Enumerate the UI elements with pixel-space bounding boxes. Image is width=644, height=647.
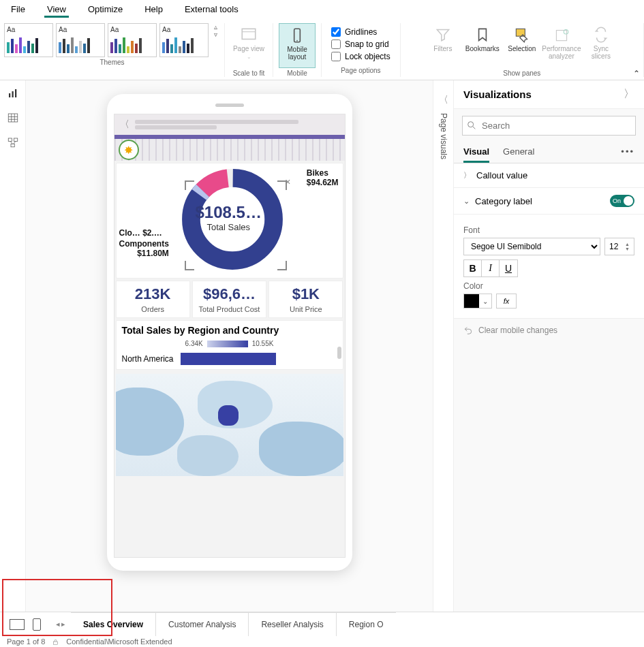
scrollbar-thumb[interactable] <box>337 347 341 359</box>
report-view-icon[interactable] <box>7 87 19 99</box>
color-label: Color <box>463 281 634 291</box>
chevron-left-icon[interactable]: 〈 <box>439 94 448 106</box>
underline-button[interactable]: U <box>500 260 517 277</box>
theme-swatch[interactable]: Aa <box>108 23 157 57</box>
color-swatch-icon <box>464 294 479 308</box>
close-icon[interactable]: × <box>285 176 290 187</box>
theme-expand-button[interactable]: ▵▿ <box>211 23 220 38</box>
page-view-icon <box>240 26 258 44</box>
map-visual[interactable] <box>116 374 343 476</box>
italic-button[interactable]: I <box>482 260 500 277</box>
stopwatch-icon <box>553 26 570 44</box>
viz-search[interactable] <box>462 116 636 136</box>
svg-line-25 <box>473 127 475 129</box>
tab-general[interactable]: General <box>503 142 534 163</box>
confidentiality-label: Confidential\Microsoft Extended <box>66 637 172 646</box>
callout-label: Callout value <box>476 170 527 180</box>
menu-file[interactable]: File <box>8 3 28 18</box>
donut-label-bikes: Bikes$94.62M <box>307 169 339 188</box>
donut-visual[interactable]: $108.5… Total Sales Bikes$94.62M Clo… $2… <box>116 163 343 279</box>
collapse-ribbon-button[interactable]: ⌃ <box>633 69 640 78</box>
viz-tabs: Visual General ••• <box>454 142 644 163</box>
font-family-select[interactable]: Segoe UI Semibold <box>463 238 600 255</box>
kpi-value: 213K <box>118 285 188 303</box>
page-indicator: Page 1 of 8 <box>7 637 45 646</box>
lock-objects-checkbox[interactable]: Lock objects <box>331 52 390 61</box>
gradient-bar-icon <box>207 341 248 347</box>
snap-to-grid-checkbox[interactable]: Snap to grid <box>331 40 390 49</box>
category-toggle[interactable]: On <box>610 195 634 207</box>
clear-mobile-changes[interactable]: Clear mobile changes <box>454 319 644 342</box>
selection-pane-button[interactable]: Selection <box>504 23 540 68</box>
fx-button[interactable]: fx <box>496 294 517 309</box>
svg-rect-7 <box>9 93 10 97</box>
clear-label: Clear mobile changes <box>478 326 557 335</box>
page-view-button[interactable]: Page view ⌄ <box>230 23 267 68</box>
menu-help[interactable]: Help <box>142 3 166 18</box>
chevron-right-icon[interactable]: 〉 <box>624 87 634 101</box>
theme-swatch[interactable]: Aa <box>56 23 105 57</box>
color-picker[interactable]: ⌄ <box>463 294 492 309</box>
mobile-layout-label: Mobile layout <box>281 46 313 61</box>
desktop-layout-toggle[interactable] <box>10 619 25 630</box>
legend-min: 6.34K <box>185 340 203 347</box>
selection-icon <box>513 26 531 44</box>
svg-rect-5 <box>556 31 566 41</box>
menu-external-tools[interactable]: External tools <box>182 3 241 18</box>
region-visual[interactable]: Total Sales by Region and Country 6.34K … <box>116 320 343 370</box>
donut-label-clothing: Clo… $2.… <box>119 229 162 238</box>
page-tab-customer-analysis[interactable]: Customer Analysis <box>156 612 249 636</box>
next-page-button[interactable]: ▸ <box>61 620 65 629</box>
region-name: North America <box>122 354 174 364</box>
font-size-value: 12 <box>609 242 618 251</box>
page-tab-region[interactable]: Region O <box>337 612 396 636</box>
search-input[interactable] <box>462 116 636 136</box>
back-icon[interactable]: 〈 <box>120 119 129 131</box>
page-view-label: Page view <box>233 45 264 52</box>
bold-button[interactable]: B <box>464 260 482 277</box>
menu-bar: File View Optimize Help External tools <box>0 0 644 20</box>
sync-slicers-button[interactable]: Sync slicers <box>583 23 619 68</box>
mobile-layout-button[interactable]: Mobile layout <box>279 23 316 68</box>
ribbon-group-scale-label: Scale to fit <box>233 69 265 77</box>
phone-screen: 〈 ✸ $108.5… Total Sales <box>114 114 346 558</box>
theme-swatch[interactable]: Aa <box>4 23 53 57</box>
ribbon-group-mobile-label: Mobile <box>287 69 307 77</box>
svg-point-24 <box>468 122 474 127</box>
kpi-card[interactable]: $1KUnit Price <box>269 281 343 318</box>
theme-swatch[interactable]: Aa <box>159 23 209 57</box>
chevron-right-icon: 〉 <box>463 170 471 180</box>
kpi-card[interactable]: $96,6…Total Product Cost <box>192 281 266 318</box>
bookmarks-label: Bookmarks <box>465 45 500 52</box>
bookmarks-pane-button[interactable]: Bookmarks <box>464 23 501 68</box>
viz-panel-title: Visualizations <box>463 89 532 100</box>
mobile-layout-toggle[interactable] <box>33 618 41 631</box>
more-options-button[interactable]: ••• <box>621 142 634 163</box>
prev-page-button[interactable]: ◂ <box>56 620 60 629</box>
page-tab-sales-overview[interactable]: Sales Overview <box>71 612 156 636</box>
region-title: Total Sales by Region and Country <box>122 325 337 336</box>
model-view-icon[interactable] <box>7 136 19 148</box>
perf-label: Performance analyzer <box>542 45 581 60</box>
filters-pane-button[interactable]: Filters <box>425 23 461 68</box>
menu-view[interactable]: View <box>44 3 69 18</box>
gridlines-checkbox[interactable]: Gridlines <box>331 27 390 37</box>
visualizations-panel: Visualizations 〉 Visual General ••• 〉 Ca… <box>453 80 644 612</box>
toggle-on-label: On <box>613 198 621 204</box>
page-visuals-rail[interactable]: 〈 Page visuals <box>433 80 453 612</box>
performance-analyzer-button[interactable]: Performance analyzer <box>543 23 580 68</box>
menu-optimize[interactable]: Optimize <box>85 3 125 18</box>
page-visuals-label: Page visuals <box>439 113 448 159</box>
svg-rect-9 <box>15 89 16 97</box>
page-tab-reseller-analysis[interactable]: Reseller Analysis <box>249 612 336 636</box>
chevron-down-icon: ⌄ <box>479 298 491 305</box>
category-label-section[interactable]: ⌄ Category label On <box>454 188 644 215</box>
search-icon <box>466 120 477 131</box>
kpi-value: $96,6… <box>194 285 264 303</box>
callout-value-section[interactable]: 〉 Callout value <box>454 163 644 188</box>
selection-outline: × <box>185 180 287 270</box>
kpi-card[interactable]: 213KOrders <box>116 281 190 318</box>
font-size-stepper[interactable]: 12▲▼ <box>604 238 634 255</box>
tab-visual[interactable]: Visual <box>463 142 489 163</box>
data-view-icon[interactable] <box>7 112 19 124</box>
